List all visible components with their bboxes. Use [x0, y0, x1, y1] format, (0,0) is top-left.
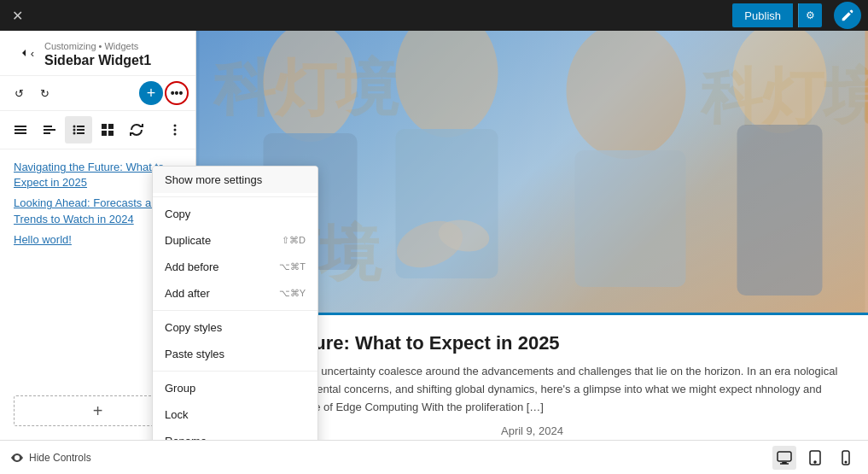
svg-rect-14	[102, 131, 107, 136]
add-before-label: Add before	[165, 260, 219, 273]
svg-rect-30	[778, 452, 791, 461]
breadcrumb: Customizing • Widgets	[14, 41, 182, 51]
svg-rect-7	[77, 126, 84, 127]
publish-button[interactable]: Publish	[732, 3, 793, 27]
group-item[interactable]: Group	[153, 375, 317, 401]
more-icon-button[interactable]	[161, 116, 189, 143]
align-left-button[interactable]	[36, 116, 63, 143]
rename-item[interactable]: Rename	[153, 428, 317, 440]
desktop-icon	[777, 450, 792, 465]
svg-rect-1	[15, 129, 26, 131]
add-after-label: Add after	[165, 287, 210, 300]
sidebar-icon-row	[0, 111, 195, 149]
duplicate-item[interactable]: Duplicate ⇧⌘D	[153, 227, 317, 254]
show-more-settings-label: Show more settings	[165, 173, 262, 186]
bottom-bar: Hide Controls	[0, 440, 868, 474]
tablet-icon	[807, 450, 823, 465]
top-bar: ✕ Publish ⚙	[0, 0, 868, 31]
publish-settings-button[interactable]: ⚙	[798, 3, 822, 27]
paste-styles-label: Paste styles	[165, 348, 224, 360]
list-bullet-icon	[71, 122, 86, 138]
plus-icon: +	[93, 401, 103, 421]
svg-rect-11	[77, 132, 84, 134]
edit-pencil-button[interactable]	[834, 2, 861, 29]
duplicate-label: Duplicate	[165, 234, 211, 247]
svg-point-36	[845, 461, 847, 463]
svg-point-17	[174, 129, 177, 132]
list-view-button[interactable]	[7, 116, 34, 143]
redo-icon: ↻	[40, 87, 50, 100]
svg-point-10	[73, 132, 76, 135]
chevron-left-icon	[17, 46, 31, 60]
svg-rect-3	[44, 126, 52, 127]
svg-rect-2	[15, 132, 26, 134]
svg-rect-4	[44, 129, 55, 131]
rename-label: Rename	[165, 435, 207, 440]
lock-label: Lock	[165, 408, 188, 421]
paste-styles-item[interactable]: Paste styles	[153, 341, 317, 367]
hide-controls-button[interactable]: Hide Controls	[10, 451, 91, 465]
tablet-view-button[interactable]	[803, 446, 827, 470]
grid-view-button[interactable]	[94, 116, 121, 143]
gear-icon: ⚙	[806, 9, 815, 21]
pencil-icon	[840, 8, 855, 23]
copy-styles-label: Copy styles	[165, 321, 222, 334]
add-block-button[interactable]: +	[139, 81, 163, 105]
loop-button[interactable]	[123, 116, 150, 143]
divider-3	[153, 371, 317, 372]
sidebar-toolbar: ↺ ↻ + •••	[0, 76, 195, 111]
svg-rect-9	[77, 129, 84, 131]
svg-rect-25	[575, 150, 686, 287]
copy-item[interactable]: Copy	[153, 201, 317, 227]
svg-point-34	[814, 461, 816, 463]
show-more-settings-item[interactable]: Show more settings	[153, 167, 317, 193]
hide-controls-label: Hide Controls	[29, 452, 91, 464]
list-bullet-button[interactable]	[65, 116, 92, 143]
main-layout: ‹ Customizing • Widgets Sidebar Widget1 …	[0, 31, 868, 440]
lock-item[interactable]: Lock	[153, 401, 317, 428]
copy-styles-item[interactable]: Copy styles	[153, 314, 317, 341]
divider-2	[153, 310, 317, 311]
eye-icon	[10, 451, 24, 465]
group-label: Group	[165, 382, 195, 395]
desktop-view-button[interactable]	[772, 446, 796, 470]
add-before-item[interactable]: Add before ⌥⌘T	[153, 254, 317, 280]
plus-icon: +	[147, 85, 156, 102]
divider-1	[153, 196, 317, 197]
svg-point-18	[174, 133, 177, 136]
svg-rect-12	[102, 124, 107, 129]
ellipsis-icon: •••	[171, 86, 184, 100]
grid-icon	[100, 122, 115, 138]
svg-rect-27	[737, 125, 823, 296]
svg-point-6	[73, 126, 76, 128]
add-before-shortcut: ⌥⌘T	[279, 261, 306, 272]
svg-rect-5	[44, 132, 50, 134]
svg-rect-0	[15, 126, 26, 127]
add-after-shortcut: ⌥⌘Y	[279, 288, 306, 299]
undo-icon: ↺	[15, 87, 24, 100]
mobile-view-button[interactable]	[834, 446, 858, 470]
close-button[interactable]: ✕	[7, 5, 27, 26]
vertical-dots-icon	[167, 122, 183, 138]
redo-button[interactable]: ↻	[32, 81, 56, 105]
back-button[interactable]: ‹	[14, 41, 38, 65]
svg-rect-13	[108, 124, 114, 129]
undo-button[interactable]: ↺	[7, 81, 31, 105]
sidebar-title: Sidebar Widget1	[14, 53, 182, 68]
list-icon	[13, 122, 28, 138]
sidebar-header: ‹ Customizing • Widgets Sidebar Widget1	[0, 31, 195, 76]
svg-point-8	[73, 129, 76, 132]
svg-rect-15	[108, 131, 114, 136]
more-options-button[interactable]: •••	[165, 81, 189, 105]
mobile-icon	[838, 450, 853, 465]
add-after-item[interactable]: Add after ⌥⌘Y	[153, 280, 317, 307]
copy-label: Copy	[165, 208, 190, 220]
svg-point-16	[174, 125, 177, 127]
sidebar: ‹ Customizing • Widgets Sidebar Widget1 …	[0, 31, 196, 440]
align-left-icon	[42, 122, 57, 138]
loop-icon	[129, 122, 144, 138]
duplicate-shortcut: ⇧⌘D	[282, 235, 306, 246]
context-menu: Show more settings Copy Duplicate ⇧⌘D Ad…	[152, 166, 318, 440]
